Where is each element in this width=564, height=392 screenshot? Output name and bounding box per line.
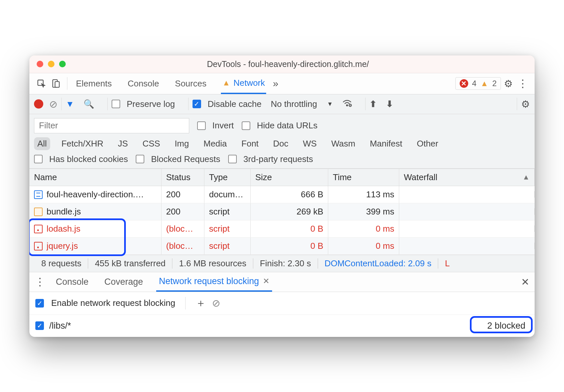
- blocked-script-icon: [34, 242, 43, 250]
- upload-har-icon[interactable]: ⬆: [370, 99, 377, 109]
- type-filter-js[interactable]: JS: [115, 137, 131, 150]
- minimize-icon[interactable]: [48, 61, 54, 67]
- filter-input[interactable]: [34, 118, 189, 133]
- invert-label: Invert: [212, 120, 234, 131]
- label: Blocked Requests: [151, 154, 220, 164]
- type-filter-all[interactable]: All: [34, 137, 50, 150]
- drawer-tab-blocking[interactable]: Network request blocking ✕: [156, 272, 272, 292]
- type-filters: All Fetch/XHR JS CSS Img Media Font Doc …: [32, 135, 532, 152]
- search-icon[interactable]: 🔍: [84, 99, 94, 109]
- col-name[interactable]: Name: [29, 169, 161, 186]
- type-filter-media[interactable]: Media: [200, 137, 230, 150]
- col-type[interactable]: Type: [204, 169, 251, 186]
- enable-blocking-label: Enable network request blocking: [51, 298, 175, 308]
- inspect-element-icon[interactable]: [34, 73, 49, 94]
- tab-sources[interactable]: Sources: [174, 73, 208, 94]
- network-summary: 8 requests 455 kB transferred 1.6 MB res…: [29, 255, 535, 272]
- type-filter-fetch[interactable]: Fetch/XHR: [58, 137, 107, 150]
- third-party-checkbox[interactable]: 3rd-party requests: [228, 154, 313, 164]
- col-waterfall[interactable]: Waterfall▲: [399, 169, 535, 186]
- type-filter-doc[interactable]: Doc: [270, 137, 292, 150]
- type-filter-ws[interactable]: WS: [300, 137, 320, 150]
- type-filter-wasm[interactable]: Wasm: [328, 137, 359, 150]
- table-row[interactable]: bundle.js 200 script 269 kB 399 ms: [29, 203, 535, 220]
- close-tab-icon[interactable]: ✕: [263, 277, 269, 286]
- table-row[interactable]: foul-heavenly-direction.… 200 docum… 666…: [29, 186, 535, 203]
- clear-icon[interactable]: ⊘: [49, 98, 57, 110]
- warning-icon: ▲: [222, 78, 230, 87]
- summary-requests: 8 requests: [35, 258, 88, 269]
- blocking-pattern-row[interactable]: ✓ /libs/* 2 blocked: [29, 315, 535, 337]
- enable-blocking-checkbox[interactable]: ✓ Enable network request blocking: [35, 298, 175, 308]
- drawer-tab-console[interactable]: Console: [53, 272, 91, 292]
- col-time[interactable]: Time: [328, 169, 399, 186]
- script-icon: [34, 208, 43, 216]
- tab-elements[interactable]: Elements: [75, 73, 113, 94]
- has-blocked-cookies-checkbox[interactable]: Has blocked cookies: [34, 154, 128, 164]
- titlebar: DevTools - foul-heavenly-direction.glitc…: [29, 55, 535, 73]
- type-filter-other[interactable]: Other: [413, 137, 441, 150]
- network-conditions-icon[interactable]: [342, 99, 352, 109]
- summary-load: L: [438, 258, 449, 269]
- main-tabbar: Elements Console Sources ▲ Network » ✕ 4…: [29, 73, 535, 94]
- cell-size: 666 B: [251, 186, 328, 203]
- summary-dcl: DOMContentLoaded: 2.09 s: [318, 258, 439, 269]
- panel-tabs: Elements Console Sources ▲ Network: [75, 73, 266, 94]
- record-icon[interactable]: [34, 99, 43, 109]
- blocked-requests-checkbox[interactable]: Blocked Requests: [136, 154, 220, 164]
- table-row[interactable]: lodash.js (bloc… script 0 B 0 ms: [29, 220, 535, 238]
- invert-checkbox[interactable]: Invert: [197, 120, 234, 131]
- filter-icon[interactable]: ▼: [66, 99, 74, 109]
- traffic-lights: [37, 61, 66, 67]
- drawer-kebab-icon[interactable]: ⋮: [35, 276, 45, 288]
- tab-label: Coverage: [104, 277, 143, 287]
- close-icon[interactable]: [37, 61, 43, 67]
- tab-console[interactable]: Console: [126, 73, 160, 94]
- error-icon: ✕: [460, 79, 468, 88]
- tab-label: Sources: [175, 79, 206, 89]
- tab-network[interactable]: ▲ Network: [221, 73, 266, 94]
- col-size[interactable]: Size: [251, 169, 328, 186]
- cell-time: 0 ms: [328, 238, 399, 254]
- more-tabs-icon[interactable]: »: [273, 78, 278, 89]
- col-status[interactable]: Status: [161, 169, 204, 186]
- device-toggle-icon[interactable]: [49, 73, 63, 94]
- cell-time: 399 ms: [328, 203, 399, 220]
- type-filter-font[interactable]: Font: [238, 137, 262, 150]
- hide-data-urls-checkbox[interactable]: Hide data URLs: [242, 120, 318, 131]
- add-pattern-icon[interactable]: ＋: [195, 296, 206, 310]
- type-filter-css[interactable]: CSS: [139, 137, 163, 150]
- svg-point-3: [346, 105, 348, 106]
- filter-bar: Invert Hide data URLs All Fetch/XHR JS C…: [29, 114, 535, 169]
- download-har-icon[interactable]: ⬇: [386, 99, 393, 109]
- disable-cache-checkbox[interactable]: ✓Disable cache: [193, 99, 262, 109]
- document-icon: [34, 190, 43, 199]
- preserve-log-checkbox[interactable]: Preserve log: [112, 99, 175, 109]
- summary-resources: 1.6 MB resources: [172, 258, 253, 269]
- warn-count: 2: [492, 79, 497, 88]
- network-settings-icon[interactable]: ⚙: [521, 98, 530, 110]
- type-filter-img[interactable]: Img: [171, 137, 192, 150]
- cell-time: 0 ms: [328, 220, 399, 237]
- table-body: foul-heavenly-direction.… 200 docum… 666…: [29, 186, 535, 255]
- close-drawer-icon[interactable]: ✕: [521, 276, 529, 288]
- table-row[interactable]: jquery.js (bloc… script 0 B 0 ms: [29, 238, 535, 255]
- network-toolbar: ⊘ ▼ 🔍 Preserve log ✓Disable cache No thr…: [29, 94, 535, 114]
- drawer-tabbar: ⋮ Console Coverage Network request block…: [29, 272, 535, 292]
- drawer-tab-coverage[interactable]: Coverage: [102, 272, 146, 292]
- cell-status: 200: [161, 203, 204, 220]
- table-header: Name Status Type Size Time Waterfall▲: [29, 169, 535, 186]
- kebab-menu-icon[interactable]: ⋮: [515, 73, 530, 94]
- type-filter-manifest[interactable]: Manifest: [367, 137, 405, 150]
- cell-status: (bloc…: [161, 220, 204, 237]
- cell-name: bundle.js: [47, 207, 81, 216]
- settings-icon[interactable]: ⚙: [501, 73, 515, 94]
- cell-type: script: [204, 220, 251, 237]
- preserve-log-label: Preserve log: [127, 99, 175, 109]
- cell-time: 113 ms: [328, 186, 399, 203]
- issue-counts[interactable]: ✕ 4 ▲ 2: [455, 77, 501, 90]
- zoom-icon[interactable]: [59, 61, 66, 67]
- devtools-window: DevTools - foul-heavenly-direction.glitc…: [29, 55, 535, 337]
- clear-patterns-icon[interactable]: ⊘: [212, 297, 220, 309]
- throttling-select[interactable]: No throttling ▼: [271, 99, 333, 109]
